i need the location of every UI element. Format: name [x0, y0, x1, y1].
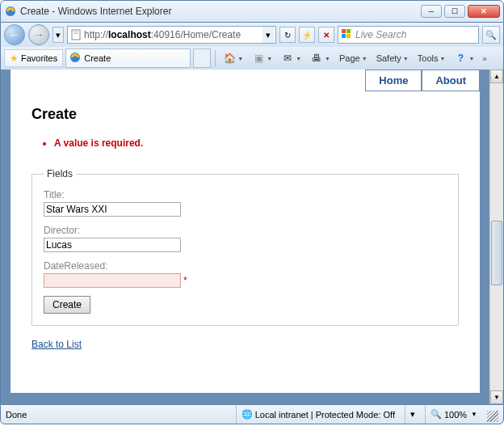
page-menu[interactable]: Page▼ [336, 49, 371, 67]
nav-tab-home[interactable]: Home [365, 70, 422, 91]
validation-error: A value is required. [54, 137, 459, 149]
separator [215, 50, 216, 66]
window-titlebar: Create - Windows Internet Explorer ─ ☐ ✕ [0, 0, 504, 23]
validation-summary: A value is required. [54, 137, 459, 149]
ie-icon [4, 5, 17, 18]
page-heading: Create [32, 106, 459, 123]
director-label: Director: [44, 225, 447, 236]
zoom-text: 100% [444, 410, 467, 420]
datereleased-label: DateReleased: [44, 260, 447, 272]
svg-rect-1 [72, 30, 80, 40]
scroll-down-button[interactable]: ▼ [490, 390, 503, 404]
compat-icon: ⚡ [302, 31, 312, 40]
protected-mode-dropdown[interactable]: ▾ [405, 405, 420, 424]
safety-menu[interactable]: Safety▼ [373, 49, 412, 67]
resize-grip[interactable] [487, 411, 498, 422]
svg-rect-4 [342, 29, 346, 33]
browser-tab[interactable]: Create [65, 49, 191, 68]
viewport: Home About Create A value is required. F… [1, 70, 489, 404]
help-button[interactable]: ?▼ [451, 49, 477, 67]
search-box[interactable]: Live Search [338, 26, 479, 44]
print-icon: 🖶 [310, 52, 323, 65]
svg-rect-2 [74, 32, 78, 32]
arrow-left-icon: ← [9, 28, 20, 41]
livesearch-icon [342, 29, 353, 40]
mail-icon: ✉ [281, 52, 294, 65]
favorites-label: Favorites [21, 53, 57, 63]
zoom-icon: 🔍 [430, 409, 442, 420]
nav-tab-about[interactable]: About [422, 70, 480, 91]
svg-rect-3 [74, 33, 78, 34]
rss-icon: ▣ [252, 52, 265, 65]
scroll-up-button[interactable]: ▲ [490, 70, 503, 83]
director-input[interactable] [44, 238, 181, 252]
feeds-button[interactable]: ▣▼ [249, 49, 275, 67]
svg-rect-7 [346, 34, 351, 38]
maximize-button[interactable]: ☐ [444, 5, 465, 18]
chevron-down-icon: ▼ [471, 411, 477, 418]
fields-fieldset: Fields Title: Director: DateReleased: * … [32, 168, 459, 326]
arrow-right-icon: → [33, 28, 44, 41]
page-icon [69, 28, 82, 41]
tab-title: Create [84, 53, 187, 63]
back-to-list-link[interactable]: Back to List [32, 339, 82, 350]
internet-zone[interactable]: 🌐 Local intranet | Protected Mode: Off [236, 405, 400, 424]
url-text: http://localhost:40916/Home/Create [82, 29, 262, 40]
status-text: Done [6, 410, 167, 420]
toolbar-overflow[interactable]: » [480, 54, 489, 63]
create-button[interactable]: Create [44, 296, 90, 314]
required-asterisk: * [183, 275, 187, 286]
minimize-button[interactable]: ─ [421, 5, 442, 18]
scroll-track[interactable] [490, 83, 503, 390]
star-icon: ★ [10, 53, 19, 64]
magnifier-icon: 🔍 [485, 30, 497, 40]
url-dropdown[interactable]: ▾ [262, 27, 274, 43]
vertical-scrollbar[interactable]: ▲ ▼ [489, 70, 503, 404]
search-button[interactable]: 🔍 [482, 26, 500, 44]
fieldset-legend: Fields [44, 168, 76, 179]
window-title: Create - Windows Internet Explorer [20, 6, 421, 17]
close-button[interactable]: ✕ [468, 5, 500, 18]
svg-rect-5 [346, 29, 351, 33]
forward-button[interactable]: → [28, 24, 49, 45]
read-mail-button[interactable]: ✉▼ [278, 49, 304, 67]
search-placeholder: Live Search [355, 29, 475, 40]
navigation-bar: ← → ▾ http://localhost:40916/Home/Create… [0, 23, 504, 47]
page-body: Home About Create A value is required. F… [10, 70, 480, 393]
title-label: Title: [44, 189, 447, 200]
zone-text: Local intranet | Protected Mode: Off [255, 410, 395, 420]
status-bar: Done 🌐 Local intranet | Protected Mode: … [0, 404, 504, 424]
close-icon: ✕ [323, 31, 330, 40]
stop-button[interactable]: ✕ [318, 27, 334, 43]
svg-rect-6 [342, 34, 346, 38]
compat-button[interactable]: ⚡ [299, 27, 315, 43]
datereleased-input[interactable] [44, 273, 181, 288]
back-button[interactable]: ← [4, 24, 25, 45]
chevron-down-icon: ▾ [410, 409, 415, 420]
address-bar[interactable]: http://localhost:40916/Home/Create ▾ [67, 26, 276, 44]
home-button[interactable]: 🏠▼ [220, 49, 246, 67]
scroll-thumb[interactable] [491, 221, 502, 285]
help-icon: ? [454, 52, 467, 65]
history-dropdown[interactable]: ▾ [52, 27, 64, 43]
tab-favicon-icon [69, 52, 81, 65]
command-bar: ★ Favorites Create 🏠▼ ▣▼ ✉▼ 🖶▼ Page▼ Saf… [0, 47, 504, 70]
title-input[interactable] [44, 202, 181, 217]
refresh-icon: ↻ [284, 31, 291, 40]
globe-icon: 🌐 [242, 409, 253, 420]
zoom-control[interactable]: 🔍 100% ▼ [425, 405, 482, 424]
favorites-button[interactable]: ★ Favorites [4, 49, 63, 67]
print-button[interactable]: 🖶▼ [307, 49, 334, 67]
tools-menu[interactable]: Tools▼ [414, 49, 449, 67]
home-icon: 🏠 [223, 52, 236, 65]
new-tab-button[interactable] [193, 49, 211, 68]
refresh-button[interactable]: ↻ [279, 27, 296, 43]
